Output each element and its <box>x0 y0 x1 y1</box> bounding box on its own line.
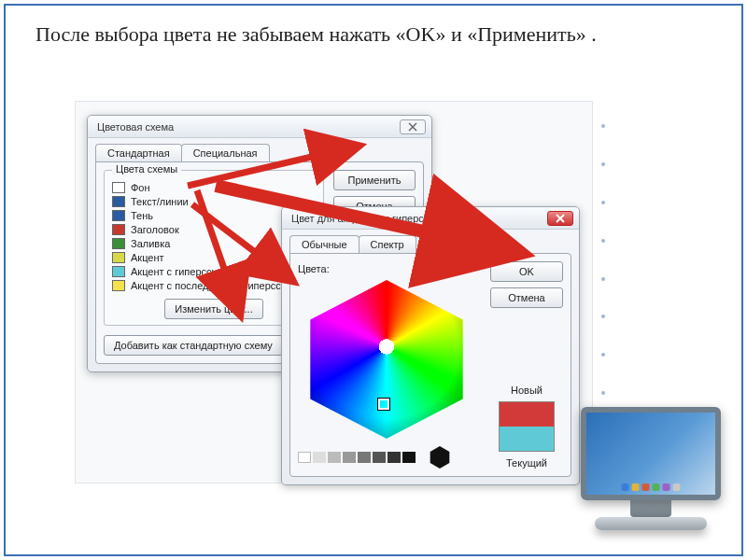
slide-caption: После выбора цвета не забываем нажать «O… <box>35 21 712 49</box>
close-icon[interactable] <box>400 119 426 134</box>
add-standard-scheme-button[interactable]: Добавить как стандартную схему <box>104 335 283 356</box>
swatch <box>112 280 125 291</box>
picker-title: Цвет для акцентов и гиперссылок <box>291 213 453 224</box>
ok-button[interactable]: OK <box>490 261 563 282</box>
color-picker-dialog: Цвет для акцентов и гиперссылок Обычные … <box>281 206 580 485</box>
scheme-titlebar[interactable]: Цветовая схема <box>88 116 431 138</box>
tab-spectrum[interactable]: Спектр <box>359 235 416 253</box>
selected-hex-icon <box>378 399 389 410</box>
cancel-button[interactable]: Отмена <box>490 287 563 308</box>
swatch <box>112 266 125 277</box>
swatch <box>112 252 125 263</box>
swatch <box>112 182 125 193</box>
swatch <box>112 196 125 207</box>
hex-color-wheel[interactable] <box>298 280 475 439</box>
colors-label: Цвета: <box>298 263 481 274</box>
grayscale-row[interactable] <box>298 446 481 469</box>
apply-button[interactable]: Применить <box>333 170 416 190</box>
swatch <box>112 224 125 235</box>
tab-special[interactable]: Специальная <box>181 144 270 161</box>
editor-surface: Цветовая схема Стандартная Специальная Ц… <box>75 101 593 483</box>
current-label: Текущий <box>490 457 563 469</box>
tab-standard[interactable]: Стандартная <box>95 144 182 161</box>
change-color-button[interactable]: Изменить цвет... <box>164 299 262 319</box>
close-icon[interactable] <box>547 211 573 226</box>
monitor-clipart <box>571 407 730 547</box>
list-item: Фон <box>112 182 316 193</box>
color-preview <box>499 401 555 452</box>
scheme-title: Цветовая схема <box>97 121 174 133</box>
picker-titlebar[interactable]: Цвет для акцентов и гиперссылок <box>282 207 579 230</box>
group-title: Цвета схемы <box>112 163 181 175</box>
new-label: Новый <box>490 385 563 396</box>
swatch <box>112 210 125 221</box>
black-hex-icon[interactable] <box>429 446 451 469</box>
tab-basic[interactable]: Обычные <box>289 235 359 253</box>
swatch <box>112 238 125 249</box>
